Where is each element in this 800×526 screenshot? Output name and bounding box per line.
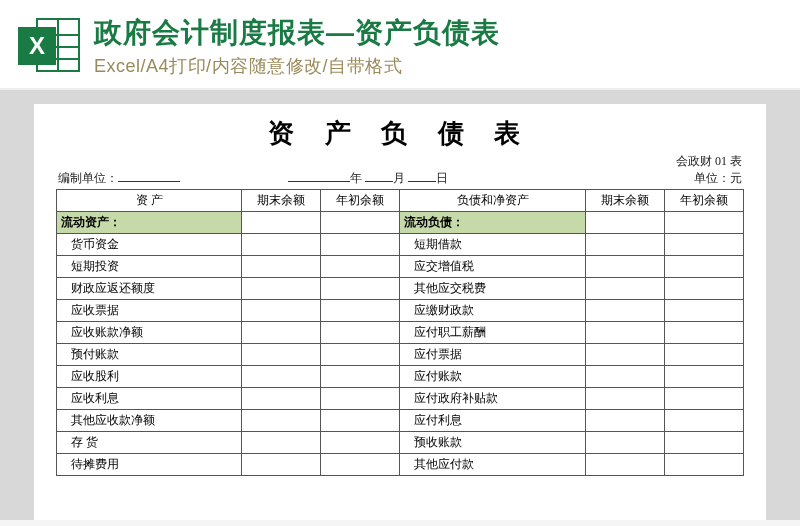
liability-year-begin [664,409,743,431]
liability-period-end [585,321,664,343]
liability-period-end [585,211,664,233]
col-year-begin-left: 年初余额 [321,189,400,211]
asset-label: 存 货 [57,431,242,453]
asset-year-begin [321,409,400,431]
asset-year-begin [321,211,400,233]
liability-label: 应付政府补贴款 [400,387,585,409]
col-assets: 资 产 [57,189,242,211]
header-text: 政府会计制度报表—资产负债表 Excel/A4打印/内容随意修改/自带格式 [94,14,782,78]
liability-period-end [585,365,664,387]
document-paper: 资 产 负 债 表 会政财 01 表 编制单位： 单位：元 年 月 日 资 产 … [34,104,766,520]
asset-period-end [242,299,321,321]
liability-year-begin [664,321,743,343]
asset-period-end [242,255,321,277]
col-period-end-left: 期末余额 [242,189,321,211]
liability-label: 应缴财政款 [400,299,585,321]
asset-period-end [242,453,321,475]
table-row: 应收股利应付账款 [57,365,744,387]
liability-year-begin [664,299,743,321]
liability-period-end [585,299,664,321]
table-row: 预付账款应付票据 [57,343,744,365]
date-field: 年 月 日 [288,170,448,187]
table-row: 应收利息应付政府补贴款 [57,387,744,409]
asset-period-end [242,343,321,365]
page-header: X 政府会计制度报表—资产负债表 Excel/A4打印/内容随意修改/自带格式 [0,0,800,90]
document-preview-area: 资 产 负 债 表 会政财 01 表 编制单位： 单位：元 年 月 日 资 产 … [0,90,800,520]
liability-year-begin [664,233,743,255]
asset-label: 待摊费用 [57,453,242,475]
liability-period-end [585,277,664,299]
asset-year-begin [321,233,400,255]
asset-period-end [242,387,321,409]
asset-label: 财政应返还额度 [57,277,242,299]
asset-label: 其他应收款净额 [57,409,242,431]
liability-label: 应付职工薪酬 [400,321,585,343]
page-title: 政府会计制度报表—资产负债表 [94,16,782,50]
asset-year-begin [321,321,400,343]
liability-year-begin [664,255,743,277]
unit-label: 单位：元 [694,170,742,187]
asset-year-begin [321,453,400,475]
liability-year-begin [664,343,743,365]
liability-label: 流动负债： [400,211,585,233]
liability-period-end [585,387,664,409]
table-row: 待摊费用其他应付款 [57,453,744,475]
liability-label: 预收账款 [400,431,585,453]
liability-label: 其他应付款 [400,453,585,475]
liability-period-end [585,343,664,365]
asset-year-begin [321,387,400,409]
sheet-meta: 会政财 01 表 编制单位： 单位：元 年 月 日 [56,153,744,189]
asset-label: 流动资产： [57,211,242,233]
liability-label: 短期借款 [400,233,585,255]
liability-label: 应付账款 [400,365,585,387]
asset-label: 应收股利 [57,365,242,387]
asset-period-end [242,321,321,343]
org-label: 编制单位： [58,170,180,187]
page-subtitle: Excel/A4打印/内容随意修改/自带格式 [94,54,782,78]
table-row: 应收账款净额应付职工薪酬 [57,321,744,343]
sheet-title: 资 产 负 债 表 [56,116,744,151]
asset-period-end [242,365,321,387]
table-row: 流动资产：流动负债： [57,211,744,233]
liability-period-end [585,233,664,255]
table-row: 存 货预收账款 [57,431,744,453]
table-row: 应收票据应缴财政款 [57,299,744,321]
liability-year-begin [664,365,743,387]
liability-year-begin [664,387,743,409]
asset-label: 短期投资 [57,255,242,277]
asset-period-end [242,211,321,233]
asset-period-end [242,233,321,255]
liability-period-end [585,409,664,431]
asset-label: 货币资金 [57,233,242,255]
asset-year-begin [321,431,400,453]
asset-year-begin [321,255,400,277]
liability-year-begin [664,431,743,453]
liability-period-end [585,431,664,453]
asset-label: 应收账款净额 [57,321,242,343]
liability-label: 应付利息 [400,409,585,431]
liability-label: 应交增值税 [400,255,585,277]
form-code: 会政财 01 表 [676,153,742,170]
asset-year-begin [321,343,400,365]
asset-label: 应收票据 [57,299,242,321]
asset-year-begin [321,299,400,321]
asset-period-end [242,431,321,453]
table-row: 短期投资应交增值税 [57,255,744,277]
asset-label: 预付账款 [57,343,242,365]
liability-period-end [585,453,664,475]
col-year-begin-right: 年初余额 [664,189,743,211]
asset-year-begin [321,365,400,387]
liability-label: 应付票据 [400,343,585,365]
asset-year-begin [321,277,400,299]
table-row: 财政应返还额度其他应交税费 [57,277,744,299]
asset-label: 应收利息 [57,387,242,409]
liability-period-end [585,255,664,277]
liability-label: 其他应交税费 [400,277,585,299]
liability-year-begin [664,453,743,475]
col-period-end-right: 期末余额 [585,189,664,211]
balance-sheet-table: 资 产 期末余额 年初余额 负债和净资产 期末余额 年初余额 流动资产：流动负债… [56,189,744,476]
asset-period-end [242,277,321,299]
table-row: 货币资金短期借款 [57,233,744,255]
liability-year-begin [664,211,743,233]
excel-icon: X [18,14,80,76]
